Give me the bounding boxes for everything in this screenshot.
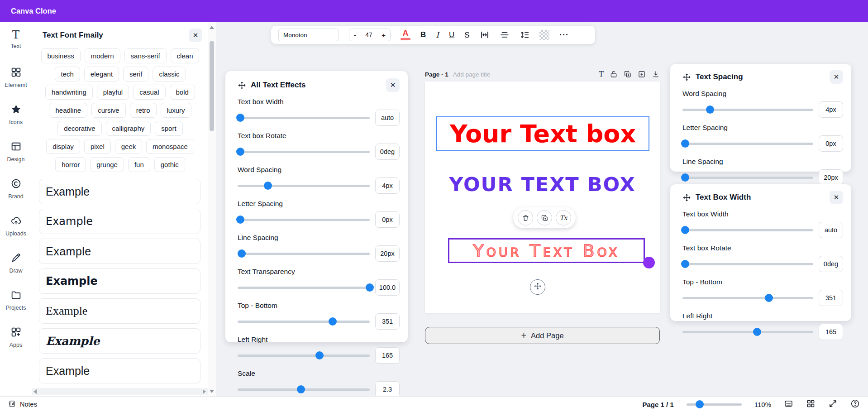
italic-button[interactable]: I [436,30,439,39]
grid-view-button[interactable] [806,399,816,410]
line-spacing-value[interactable]: 20px [375,245,400,262]
word-spacing-value[interactable]: 4px [819,101,843,118]
font-tag[interactable]: elegant [84,67,119,81]
font-tag[interactable]: business [41,48,81,63]
sidebar-item-brand[interactable]: Brand [0,178,32,205]
font-tag[interactable]: retro [130,103,157,118]
font-tag[interactable]: geek [115,139,143,154]
resize-handle[interactable] [643,257,655,268]
sidebar-item-projects[interactable]: Projects [0,289,32,316]
font-tag[interactable]: tech [55,67,80,81]
move-selection-button[interactable] [530,279,545,295]
scroll-left-arrow[interactable] [33,389,37,394]
strikethrough-button[interactable]: S [464,30,470,39]
notes-button[interactable]: Notes [8,400,37,409]
text-box-rotate-value[interactable]: 0deg [819,256,843,272]
text-box-2[interactable]: YOUR TEXT BOX [425,173,660,196]
font-example-card[interactable]: Example [39,179,200,204]
slider-thumb[interactable] [236,216,244,224]
text-box-rotate-slider[interactable] [238,148,370,156]
slider-thumb[interactable] [236,148,244,156]
text-color-button[interactable]: A [401,29,410,40]
slider-thumb[interactable] [238,249,246,258]
font-tag[interactable]: bold [170,85,195,100]
font-tag[interactable]: classic [153,67,186,81]
spacing-panel-close-button[interactable]: ✕ [830,70,843,84]
zoom-slider-thumb[interactable] [696,400,704,408]
font-tag[interactable]: calligraphy [106,121,151,136]
font-tag[interactable]: gothic [154,157,185,172]
font-tag[interactable]: monospace [146,139,194,154]
letter-spacing-slider[interactable] [682,139,813,148]
font-example-card[interactable]: Example [39,209,200,234]
more-options-button[interactable]: ··· [559,30,569,40]
align-center-button[interactable] [500,30,510,40]
text-box-rotate-value[interactable]: 0deg [375,144,400,160]
font-example-card[interactable]: Example [39,328,200,354]
font-tag[interactable]: grunge [90,157,124,172]
font-tag[interactable]: fun [128,157,150,172]
panel-move-handle[interactable] [682,73,691,81]
line-spacing-value[interactable]: 20px [819,169,843,186]
top-bottom-slider[interactable] [682,294,813,302]
duplicate-page-icon[interactable] [624,70,632,78]
font-panel-horizontal-scrollbar[interactable] [32,388,208,395]
top-bottom-value[interactable]: 351 [819,290,843,306]
font-size-increase-button[interactable]: + [382,31,386,39]
slider-thumb[interactable] [366,283,374,292]
page-view-button[interactable] [784,399,793,410]
slider-thumb[interactable] [315,351,324,359]
font-tag[interactable]: horror [55,157,86,172]
font-tag[interactable]: headline [49,103,87,118]
line-spacing-button[interactable] [520,30,529,40]
line-spacing-slider[interactable] [682,173,813,182]
sidebar-item-icons[interactable]: Icons [0,104,32,131]
text-box-width-slider[interactable] [682,226,813,234]
duplicate-button[interactable] [537,210,552,225]
sidebar-item-apps[interactable]: Apps [0,326,32,354]
font-tag[interactable]: luxury [161,103,191,118]
zoom-slider[interactable] [687,400,742,408]
width-panel-close-button[interactable]: ✕ [830,191,843,204]
slider-thumb[interactable] [681,173,689,182]
left-right-value[interactable]: 165 [819,324,843,340]
bold-button[interactable]: B [420,30,426,39]
scroll-up-arrow[interactable] [208,23,216,31]
sidebar-item-text[interactable]: T Text [0,29,32,57]
font-example-card[interactable]: Example [39,298,200,324]
slider-thumb[interactable] [753,328,761,336]
slider-thumb[interactable] [681,260,689,268]
slider-thumb[interactable] [681,139,689,148]
sidebar-item-design[interactable]: Design [0,141,32,168]
font-tag[interactable]: sport [155,121,182,136]
add-page-button[interactable]: + Add Page [425,327,660,344]
sidebar-item-elements[interactable]: Elememt [0,67,32,94]
slider-thumb[interactable] [765,294,773,302]
transparency-button[interactable] [539,30,549,40]
delete-button[interactable] [518,210,533,225]
sidebar-item-uploads[interactable]: Uploads [0,215,32,242]
font-panel-vertical-scrollbar[interactable] [208,22,216,396]
text-box-3[interactable]: Your Text Box [448,238,645,263]
font-tag[interactable]: clean [171,48,200,63]
font-family-select[interactable]: Monoton [278,29,339,41]
add-page-icon[interactable] [638,70,646,78]
text-box-width-value[interactable]: auto [819,222,843,238]
remove-format-button[interactable]: Tx [556,210,571,225]
text-transparency-value[interactable]: 100.0 [375,279,400,296]
font-panel-close-button[interactable]: ✕ [189,29,202,42]
unlock-icon[interactable] [610,70,618,78]
underline-button[interactable]: U [449,30,454,39]
word-spacing-value[interactable]: 4px [375,177,400,194]
scroll-down-arrow[interactable] [208,387,216,395]
font-size-value[interactable]: 47 [365,31,372,38]
word-spacing-slider[interactable] [682,105,813,114]
font-tag[interactable]: display [46,139,80,154]
left-right-slider[interactable] [238,351,370,359]
line-spacing-slider[interactable] [238,249,370,258]
text-box-width-slider[interactable] [238,114,370,122]
top-bottom-value[interactable]: 351 [375,313,400,330]
panel-move-handle[interactable] [682,193,691,202]
left-right-value[interactable]: 165 [375,347,400,364]
font-tag[interactable]: pixel [84,139,111,154]
